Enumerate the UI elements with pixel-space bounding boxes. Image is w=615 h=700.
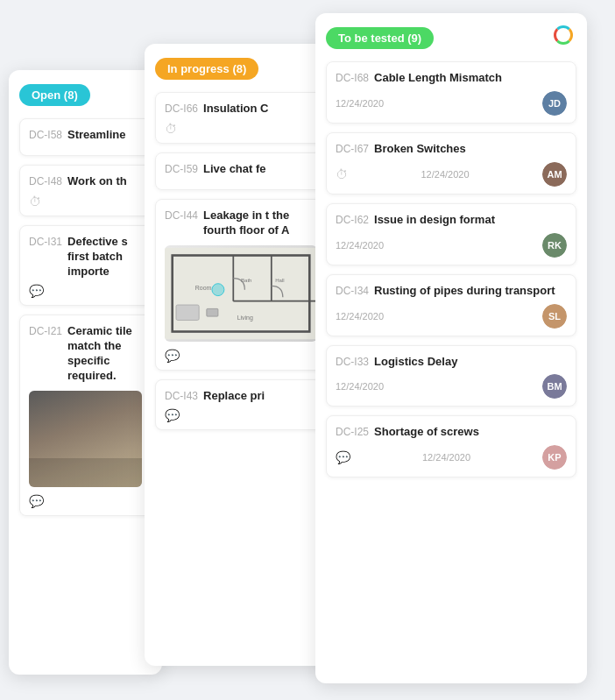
svg-point-5 bbox=[212, 283, 224, 295]
card-dc-i21[interactable]: DC-I21 Ceramic tile match the specific r… bbox=[19, 315, 152, 516]
card-title: Replace pri bbox=[203, 389, 265, 404]
card-dc-i43[interactable]: DC-I43 Replace pri 💬 bbox=[155, 379, 327, 431]
card-dc-i25[interactable]: DC-I25 Shortage of screws 💬 12/24/2020 K… bbox=[326, 415, 576, 477]
card-image-floorplan: Room Bath Hall Living bbox=[165, 245, 317, 342]
avatar: KP bbox=[542, 445, 567, 470]
card-dc-i67[interactable]: DC-I67 Broken Switches ⏱ 12/24/2020 AM bbox=[326, 132, 576, 194]
inprogress-badge: In progress (8) bbox=[155, 58, 258, 80]
card-meta: 12/24/2020 SL bbox=[336, 304, 567, 329]
card-title: Insulation C bbox=[203, 102, 268, 117]
card-meta: 12/24/2020 JD bbox=[336, 91, 567, 116]
card-id: DC-I34 bbox=[336, 285, 369, 297]
svg-text:Hall: Hall bbox=[275, 277, 284, 283]
column-tobetested-header: To be tested (9) bbox=[326, 27, 576, 49]
card-id: DC-I66 bbox=[165, 103, 198, 115]
card-dc-i66[interactable]: DC-I66 Insulation C ⏱ bbox=[155, 92, 327, 144]
card-date: 12/24/2020 bbox=[336, 240, 384, 251]
column-inprogress: In progress (8) DC-I66 Insulation C ⏱ DC… bbox=[145, 44, 337, 666]
card-date: 12/24/2020 bbox=[336, 381, 384, 392]
card-dc-i44[interactable]: DC-I44 Leakage in t the fourth floor of … bbox=[155, 199, 327, 371]
card-meta: 💬 12/24/2020 KP bbox=[336, 445, 567, 470]
card-id: DC-I68 bbox=[336, 72, 369, 84]
card-dc-i62[interactable]: DC-I62 Issue in design format 12/24/2020… bbox=[326, 203, 576, 265]
card-date: 12/24/2020 bbox=[336, 98, 384, 109]
card-title: Leakage in t the fourth floor of A bbox=[203, 209, 317, 238]
avatar: BM bbox=[542, 374, 567, 399]
card-dc-i34[interactable]: DC-I34 Rusting of pipes during transport… bbox=[326, 274, 576, 336]
card-dc-i68[interactable]: DC-I68 Cable Length Mismatch 12/24/2020 … bbox=[326, 61, 576, 124]
card-title: Cable Length Mismatch bbox=[374, 71, 502, 86]
svg-rect-0 bbox=[165, 247, 317, 338]
card-date: 12/24/2020 bbox=[422, 452, 470, 463]
svg-text:Bath: Bath bbox=[241, 277, 252, 283]
column-open: Open (8) DC-I58 Streamline DC-I48 Work o… bbox=[9, 70, 162, 675]
kanban-board: Open (8) DC-I58 Streamline DC-I48 Work o… bbox=[0, 0, 615, 700]
svg-rect-10 bbox=[176, 305, 199, 320]
card-id: DC-I31 bbox=[29, 236, 62, 248]
card-id: DC-I33 bbox=[336, 356, 369, 368]
card-meta: ⏱ 12/24/2020 AM bbox=[336, 162, 567, 187]
card-title: Logistics Delay bbox=[374, 355, 457, 370]
card-date: 12/24/2020 bbox=[336, 311, 384, 322]
card-dc-i31[interactable]: DC-I31 Defective s first batch importe 💬 bbox=[19, 225, 152, 307]
clock-icon: ⏱ bbox=[336, 167, 348, 181]
card-id: DC-I58 bbox=[29, 129, 62, 141]
column-inprogress-header: In progress (8) bbox=[155, 58, 327, 80]
card-title: Broken Switches bbox=[374, 142, 466, 157]
card-title: Issue in design format bbox=[374, 213, 495, 228]
avatar: RK bbox=[542, 233, 567, 258]
card-id: DC-I43 bbox=[165, 390, 198, 402]
comment-icon: 💬 bbox=[29, 494, 142, 508]
avatar: AM bbox=[542, 162, 567, 187]
comment-icon: 💬 bbox=[165, 408, 317, 422]
card-id: DC-I21 bbox=[29, 325, 62, 337]
card-title: Work on th bbox=[67, 174, 127, 189]
card-dc-i48[interactable]: DC-I48 Work on th ⏱ bbox=[19, 165, 152, 216]
card-id: DC-I67 bbox=[336, 143, 369, 155]
card-title: Live chat fe bbox=[203, 162, 266, 177]
card-id: DC-I62 bbox=[336, 214, 369, 226]
card-title: Defective s first batch importe bbox=[67, 235, 142, 279]
card-id: DC-I44 bbox=[165, 209, 198, 222]
svg-text:Room: Room bbox=[195, 284, 212, 290]
card-title: Ceramic tile match the specific required… bbox=[67, 324, 142, 384]
avatar: JD bbox=[542, 91, 567, 116]
column-open-header: Open (8) bbox=[19, 84, 152, 106]
card-title: Rusting of pipes during transport bbox=[374, 284, 555, 299]
comment-icon: 💬 bbox=[165, 349, 317, 363]
card-title: Streamline bbox=[67, 128, 125, 143]
tobetested-badge: To be tested (9) bbox=[326, 27, 434, 49]
svg-text:Living: Living bbox=[237, 315, 253, 322]
clock-icon: ⏱ bbox=[29, 194, 142, 209]
card-id: DC-I25 bbox=[336, 426, 369, 438]
loader-icon bbox=[554, 25, 575, 46]
card-dc-i59[interactable]: DC-I59 Live chat fe bbox=[155, 152, 327, 190]
card-dc-i33[interactable]: DC-I33 Logistics Delay 12/24/2020 BM bbox=[326, 345, 576, 407]
comment-icon: 💬 bbox=[29, 284, 142, 298]
avatar: SL bbox=[542, 304, 567, 329]
card-meta: 12/24/2020 RK bbox=[336, 233, 567, 258]
open-badge: Open (8) bbox=[19, 84, 90, 106]
clock-icon: ⏱ bbox=[165, 122, 317, 136]
card-id: DC-I59 bbox=[165, 163, 198, 175]
card-title: Shortage of screws bbox=[374, 425, 479, 440]
card-image-room bbox=[29, 391, 142, 487]
card-dc-i58[interactable]: DC-I58 Streamline bbox=[19, 118, 152, 156]
svg-rect-11 bbox=[207, 308, 218, 316]
card-meta: 12/24/2020 BM bbox=[336, 374, 567, 399]
card-date: 12/24/2020 bbox=[421, 169, 469, 180]
card-id: DC-I48 bbox=[29, 175, 62, 187]
column-tobetested: To be tested (9) DC-I68 Cable Length Mis… bbox=[315, 13, 587, 683]
comment-icon: 💬 bbox=[336, 450, 350, 464]
